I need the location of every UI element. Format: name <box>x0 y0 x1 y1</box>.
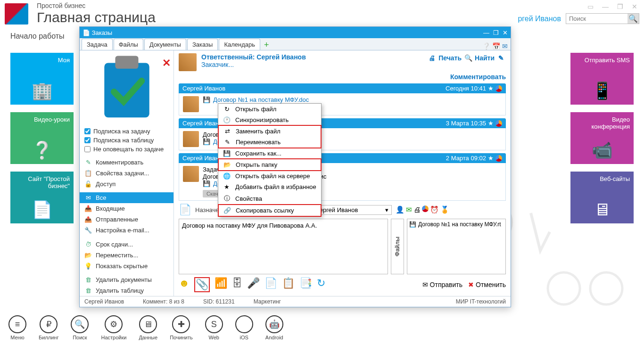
emoji-icon[interactable]: ☻ <box>179 277 190 292</box>
toolbar-данные[interactable]: 🖥Данные <box>139 315 157 340</box>
sidebar-item-Входящие[interactable]: 📥Входящие <box>80 203 173 214</box>
sidebar-item-Свойства-задачи-[interactable]: 📋Свойства задачи... <box>80 168 173 179</box>
check-Не-оповещать-по-задаче[interactable]: Не оповещать по задаче <box>80 145 173 154</box>
toolbar-настройки[interactable]: ⚙Настройки <box>101 315 126 340</box>
search-input[interactable] <box>566 14 627 24</box>
sidebar-item-Настройка-e-mail-[interactable]: 🔧Настройка e-mail... <box>80 225 173 236</box>
responsible-label[interactable]: Ответственный: Сергей Иванов <box>201 53 306 61</box>
tile-веб-сайты[interactable]: Веб-сайты🖥 <box>570 172 634 223</box>
pie-icon[interactable] <box>495 85 502 92</box>
pie-icon[interactable] <box>422 205 429 214</box>
print-mini-icon[interactable]: 🖨 <box>413 205 421 214</box>
clock-icon[interactable]: ⏰ <box>430 205 439 214</box>
help-icon[interactable]: ❔ <box>482 42 490 50</box>
badge-icon[interactable]: 🏅 <box>440 205 449 214</box>
ctx-item-Открыть-файл[interactable]: ↻Открыть файл <box>218 104 321 115</box>
toolbar-починить[interactable]: ✚Починить <box>170 315 193 340</box>
sidebar-item-Срок-сдачи-[interactable]: ⏱Срок сдачи... <box>80 239 173 250</box>
attachment-item[interactable]: 💾 Договор №1 на поставку МФУ.rt <box>409 221 504 228</box>
ctx-item-Открыть-папку[interactable]: 📂Открыть папку <box>219 159 321 170</box>
sidebar-item-Удалить-документы[interactable]: 🗑Удалить документы <box>80 274 173 285</box>
sidebar-item-Переместить-[interactable]: 📂Переместить... <box>80 250 173 261</box>
checkbox[interactable] <box>84 128 91 134</box>
sidebar-item-Отправленные[interactable]: 📤Отправленные <box>80 214 173 225</box>
comment-editor[interactable] <box>179 219 388 274</box>
pencil-icon[interactable]: ✎ <box>496 53 506 63</box>
customer-label[interactable]: Заказчик... <box>201 61 306 68</box>
current-user[interactable]: ргей Иванов <box>518 15 561 23</box>
search-icon[interactable]: 🔍 <box>463 53 473 63</box>
mail-check-icon[interactable]: ✉ <box>406 205 412 214</box>
sidebar-item-Доступ[interactable]: 🔓Доступ <box>80 179 173 189</box>
maximize-icon[interactable]: ❐ <box>617 3 623 10</box>
tab-задача[interactable]: Задача <box>82 39 113 50</box>
ctx-item-Добавить-файл-в-избранное[interactable]: ★Добавить файл в избранное <box>218 181 321 192</box>
assignee-dropdown[interactable]: Сергей Иванов▾ <box>312 205 392 215</box>
sidebar-item-Удалить-таблицу[interactable]: 🗑Удалить таблицу <box>80 285 173 296</box>
pie-icon[interactable] <box>495 120 502 127</box>
modal-maximize-icon[interactable]: ❐ <box>493 29 499 36</box>
ctx-item-Скопировать-ссылку[interactable]: 🔗Скопировать ссылку <box>219 205 321 216</box>
comment-header[interactable]: Сергей ИвановСегодня 10:41★ <box>179 83 506 93</box>
comment-link[interactable]: Комментировать <box>174 73 511 81</box>
cancel-button[interactable]: ✖Отменить <box>468 281 506 288</box>
database-icon[interactable]: 🗄 <box>232 277 242 292</box>
close-icon[interactable]: ✕ <box>632 3 637 10</box>
add-tab-button[interactable]: + <box>261 40 272 50</box>
printer-icon[interactable]: 🖨 <box>427 53 437 63</box>
minimize-icon[interactable]: — <box>602 3 609 10</box>
close-task-icon[interactable]: ✕ <box>162 57 171 69</box>
modal-titlebar[interactable]: 📄 Заказы — ❐ ✕ <box>80 27 511 38</box>
copy-icon[interactable]: 📑 <box>299 277 312 292</box>
tab-документы[interactable]: Документы <box>144 39 186 50</box>
sidebar-item-Все[interactable]: ✉Все <box>80 192 173 203</box>
refresh-icon[interactable]: ↻ <box>317 277 325 292</box>
tile-моя[interactable]: Моя🏢 <box>10 53 74 105</box>
scanner-icon[interactable]: 📶 <box>215 277 227 292</box>
file-context-menu[interactable]: ↻Открыть файл🕐Синхронизировать⇄Заменить … <box>218 103 322 217</box>
attach-icon[interactable]: 📎 <box>194 277 210 292</box>
send-button[interactable]: ✉Отправить <box>422 281 462 288</box>
checkbox[interactable] <box>84 137 91 143</box>
star-icon[interactable]: ★ <box>488 155 494 162</box>
ctx-item-Заменить-файл[interactable]: ⇄Заменить файл <box>219 126 321 137</box>
find-button[interactable]: Найти <box>475 54 495 62</box>
tile-видео-уроки[interactable]: Видео-уроки❔ <box>10 112 74 164</box>
pie-icon[interactable] <box>495 155 502 162</box>
user-add-icon[interactable]: 👤 <box>396 205 405 214</box>
ctx-item-Переименовать[interactable]: ✎Переименовать <box>219 137 321 148</box>
tile-видео-конференция[interactable]: Видео конференция📹 <box>570 112 634 164</box>
tile-сайт-"простой-бизнес"[interactable]: Сайт "Простой бизнес"📄 <box>10 172 74 223</box>
files-toggle[interactable]: Файлы <box>391 219 404 274</box>
check-Подписка-на-таблицу[interactable]: Подписка на таблицу <box>80 136 173 145</box>
toolbar-поиск[interactable]: 🔍Поиск <box>71 315 89 340</box>
ctx-item-Синхронизировать[interactable]: 🕐Синхронизировать <box>218 115 321 125</box>
checkbox[interactable] <box>84 146 91 152</box>
global-search[interactable]: 🔍 <box>566 13 639 24</box>
ctx-item-Сохранить-как-[interactable]: 💾Сохранить как... <box>218 148 321 159</box>
tab-календарь[interactable]: Календарь <box>219 39 260 50</box>
ctx-item-Свойства[interactable]: ⓘСвойства <box>218 192 321 205</box>
tab-заказы[interactable]: Заказы <box>187 39 218 50</box>
check-Подписка-на-задачу[interactable]: Подписка на задачу <box>80 127 173 136</box>
clipboard-icon[interactable]: 📋 <box>282 277 295 292</box>
document-link[interactable]: 💾Договор №1 на поставку МФУ.doc <box>203 96 502 103</box>
search-button[interactable]: 🔍 <box>627 14 639 24</box>
doc-add-icon[interactable]: 📄 <box>264 277 277 292</box>
toolbar-android[interactable]: 🤖Android <box>265 315 283 340</box>
modal-close-icon[interactable]: ✕ <box>503 29 508 36</box>
mic-icon[interactable]: 🎤 <box>247 277 260 292</box>
toolbar-web[interactable]: SWeb <box>205 315 223 340</box>
toolbar-меню[interactable]: ≡Меню <box>8 315 26 340</box>
tile-отправить-sms[interactable]: Отправить SMS📱 <box>570 53 634 105</box>
toolbar-ios[interactable]: iOS <box>235 315 253 340</box>
print-button[interactable]: Печать <box>438 54 462 62</box>
modal-minimize-icon[interactable]: — <box>483 29 489 36</box>
star-icon[interactable]: ★ <box>488 120 494 127</box>
calendar-icon[interactable]: 📅 <box>492 42 500 50</box>
sidebar-item-Показать-скрытые[interactable]: 💡Показать скрытые <box>80 261 173 271</box>
tab-файлы[interactable]: Файлы <box>114 39 143 50</box>
star-icon[interactable]: ★ <box>488 85 494 92</box>
mail-icon[interactable]: ✉ <box>502 42 508 50</box>
sidebar-item-Комментировать[interactable]: ✎Комментировать <box>80 157 173 168</box>
